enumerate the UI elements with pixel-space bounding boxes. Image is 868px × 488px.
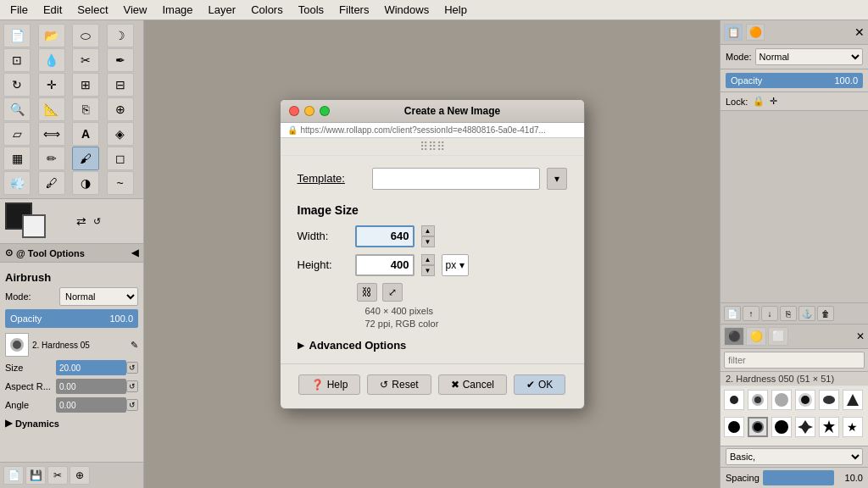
layer-lower-button[interactable]: ↓ bbox=[761, 306, 778, 321]
size-reset-button[interactable]: ↺ bbox=[126, 362, 138, 374]
drag-handle[interactable]: ⠿⠿⠿ bbox=[281, 138, 584, 156]
link-dimensions-button[interactable]: ⛓ bbox=[357, 283, 377, 302]
tool-crop[interactable]: ⊟ bbox=[107, 73, 134, 97]
menu-file[interactable]: File bbox=[3, 2, 35, 18]
brush-cell-5[interactable] bbox=[819, 390, 839, 410]
tool-dodge[interactable]: ◑ bbox=[72, 171, 99, 195]
size-slider[interactable]: 20.00 bbox=[56, 360, 126, 375]
brush-cell-9[interactable] bbox=[771, 417, 792, 437]
width-spin-down[interactable]: ▼ bbox=[421, 236, 435, 247]
brush-cell-6[interactable] bbox=[843, 390, 863, 410]
menu-image[interactable]: Image bbox=[155, 2, 199, 18]
bottom-tool-4[interactable]: ⊕ bbox=[70, 466, 90, 485]
layer-raise-button[interactable]: ↑ bbox=[743, 306, 760, 321]
brush-cell-10[interactable] bbox=[795, 417, 815, 437]
tool-measure[interactable]: 📐 bbox=[38, 97, 65, 121]
brush-cell-1[interactable] bbox=[724, 390, 744, 410]
channels-tab[interactable]: 🟠 bbox=[746, 24, 765, 41]
brush-panel-close[interactable]: ✕ bbox=[856, 330, 865, 342]
opacity-bar[interactable]: Opacity 100.0 bbox=[5, 309, 138, 328]
tool-airbrush[interactable]: 💨 bbox=[3, 171, 31, 195]
tool-free-select[interactable]: ☽ bbox=[107, 24, 134, 47]
tool-rotate[interactable]: ↻ bbox=[3, 73, 31, 97]
tool-eraser[interactable]: ◻ bbox=[107, 147, 134, 170]
brush-cell-4[interactable] bbox=[795, 390, 815, 410]
tool-fuzzy-select[interactable]: ⊡ bbox=[3, 48, 31, 72]
tool-paintbrush[interactable]: 🖌 bbox=[72, 147, 99, 170]
menu-windows[interactable]: Windows bbox=[377, 2, 436, 18]
advanced-options-row[interactable]: ▶ Advanced Options bbox=[298, 339, 567, 352]
angle-reset-button[interactable]: ↺ bbox=[126, 399, 138, 411]
tool-lasso[interactable]: ⬭ bbox=[72, 24, 99, 47]
brush-tab-brushes[interactable]: ⚫ bbox=[724, 327, 744, 346]
height-input[interactable] bbox=[355, 254, 415, 276]
brush-cell-2[interactable] bbox=[748, 390, 768, 410]
brush-edit-button[interactable]: ✎ bbox=[131, 340, 138, 351]
menu-view[interactable]: View bbox=[117, 2, 154, 18]
menu-help[interactable]: Help bbox=[437, 2, 474, 18]
brush-tab-gradients[interactable]: ⬜ bbox=[768, 327, 788, 346]
brush-filter-input[interactable] bbox=[724, 352, 865, 369]
brush-category-select[interactable]: Basic, bbox=[726, 448, 863, 465]
tool-smudge[interactable]: ~ bbox=[107, 171, 134, 195]
dialog-close-button[interactable] bbox=[289, 106, 299, 116]
ok-button[interactable]: ✔ OK bbox=[514, 374, 565, 395]
menu-layer[interactable]: Layer bbox=[202, 2, 243, 18]
template-dropdown-button[interactable]: ▾ bbox=[547, 168, 567, 190]
tool-zoom[interactable]: 🔍 bbox=[3, 97, 31, 121]
aspect-reset-button[interactable]: ↺ bbox=[126, 380, 138, 392]
dialog-maximize-button[interactable] bbox=[320, 106, 330, 116]
tool-blend[interactable]: ▦ bbox=[3, 147, 31, 170]
tool-paths[interactable]: ✒ bbox=[107, 48, 134, 72]
tool-file-open[interactable]: 📂 bbox=[38, 24, 65, 47]
tool-pencil[interactable]: ✏ bbox=[38, 147, 65, 170]
swap-colors-button[interactable]: ⇄ bbox=[76, 214, 86, 228]
width-spin-up[interactable]: ▲ bbox=[421, 225, 435, 236]
tool-ink[interactable]: 🖋 bbox=[38, 171, 65, 195]
layer-anchor-button[interactable]: ⚓ bbox=[798, 306, 815, 321]
brush-cell-12[interactable]: ★ bbox=[843, 417, 863, 437]
height-spin-up[interactable]: ▲ bbox=[421, 254, 435, 265]
layers-mode-select[interactable]: Normal bbox=[755, 48, 863, 65]
help-button[interactable]: ❓ Help bbox=[298, 374, 361, 395]
menu-tools[interactable]: Tools bbox=[292, 2, 331, 18]
brush-preview[interactable] bbox=[5, 333, 29, 357]
tool-flip[interactable]: ⟺ bbox=[38, 122, 65, 146]
reset-colors-button[interactable]: ↺ bbox=[93, 216, 101, 227]
brush-cell-11[interactable] bbox=[819, 417, 839, 437]
menu-select[interactable]: Select bbox=[70, 2, 114, 18]
dynamics-expand-icon[interactable]: ▶ bbox=[5, 418, 12, 429]
tool-bucket[interactable]: ◈ bbox=[107, 122, 134, 146]
unit-select[interactable]: px ▾ bbox=[442, 254, 470, 276]
tool-options-collapse[interactable]: ◀ bbox=[131, 247, 138, 258]
panel-close-button[interactable]: ✕ bbox=[854, 25, 865, 39]
bottom-tool-1[interactable]: 📄 bbox=[3, 466, 24, 485]
lock-position-icon[interactable]: ✛ bbox=[770, 96, 777, 107]
tool-move[interactable]: ✛ bbox=[38, 73, 65, 97]
background-color[interactable] bbox=[22, 214, 46, 238]
layer-new-button[interactable]: 📄 bbox=[724, 306, 741, 321]
layer-duplicate-button[interactable]: ⎘ bbox=[780, 306, 797, 321]
tool-perspective[interactable]: ▱ bbox=[3, 122, 31, 146]
reset-button[interactable]: ↺ Reset bbox=[367, 374, 431, 395]
brush-cell-3[interactable] bbox=[771, 390, 792, 410]
width-input[interactable] bbox=[355, 225, 415, 247]
tool-color-select[interactable]: 💧 bbox=[38, 48, 65, 72]
bottom-tool-3[interactable]: ✂ bbox=[47, 466, 68, 485]
spacing-slider[interactable] bbox=[763, 470, 834, 485]
menu-edit[interactable]: Edit bbox=[36, 2, 69, 18]
layers-tab[interactable]: 📋 bbox=[724, 24, 743, 41]
tool-heal[interactable]: ⊕ bbox=[107, 97, 134, 121]
mode-select[interactable]: Normal bbox=[59, 287, 138, 306]
tool-scissors[interactable]: ✂ bbox=[72, 48, 99, 72]
dialog-minimize-button[interactable] bbox=[304, 106, 314, 116]
layer-delete-button[interactable]: 🗑 bbox=[817, 306, 834, 321]
tool-text[interactable]: A bbox=[72, 122, 99, 146]
swap-dimensions-button[interactable]: ⤢ bbox=[382, 283, 403, 302]
angle-slider[interactable]: 0.00 bbox=[56, 397, 126, 413]
layers-opacity-bar[interactable]: Opacity 100.0 bbox=[726, 73, 863, 88]
brush-cell-8[interactable] bbox=[748, 417, 768, 437]
cancel-button[interactable]: ✖ Cancel bbox=[438, 374, 507, 395]
lock-pixels-icon[interactable]: 🔒 bbox=[753, 96, 765, 107]
aspect-slider[interactable]: 0.00 bbox=[56, 379, 126, 394]
